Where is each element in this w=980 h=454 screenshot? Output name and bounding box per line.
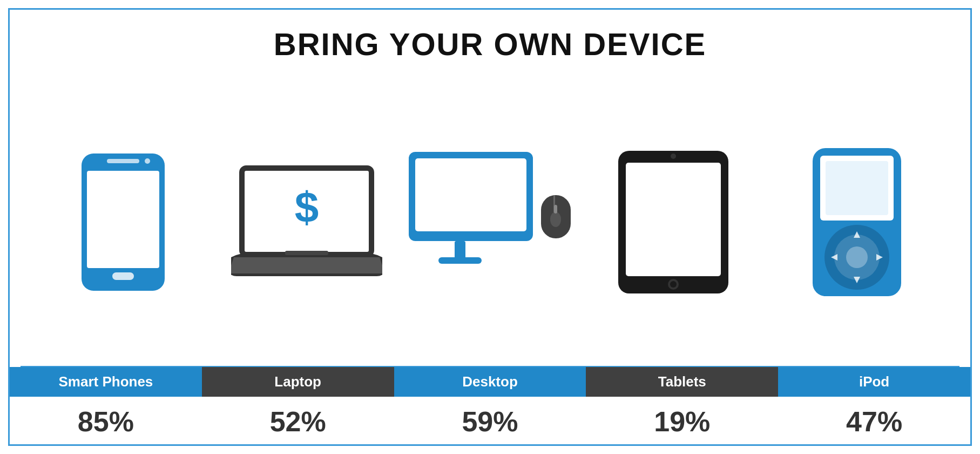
- laptop-icon-area: $: [231, 141, 382, 303]
- svg-rect-11: [455, 241, 465, 260]
- device-col-tablet: [582, 141, 765, 303]
- laptop-percent: 52%: [270, 405, 326, 438]
- desktop-icon-area: [403, 141, 576, 303]
- label-col-tablet: Tablets 19%: [586, 367, 778, 444]
- tablet-label: Tablets: [586, 367, 778, 397]
- svg-rect-2: [107, 159, 139, 163]
- svg-rect-10: [415, 158, 526, 231]
- ipod-icon-area: [808, 141, 905, 303]
- svg-point-27: [846, 246, 868, 268]
- svg-rect-12: [438, 257, 482, 264]
- device-col-ipod: [765, 141, 949, 303]
- device-col-desktop: [398, 141, 582, 303]
- svg-point-20: [670, 281, 677, 288]
- ipod-label: iPod: [778, 367, 970, 397]
- label-col-smartphone: Smart Phones 85%: [10, 367, 202, 444]
- svg-text:$: $: [294, 183, 319, 231]
- ipod-icon: [808, 144, 905, 301]
- devices-row: $: [10, 73, 970, 366]
- device-col-laptop: $: [215, 141, 398, 303]
- label-col-laptop: Laptop 52%: [202, 367, 394, 444]
- svg-point-3: [145, 158, 150, 164]
- title-area: BRING YOUR OWN DEVICE: [10, 10, 970, 73]
- svg-rect-1: [87, 171, 159, 268]
- laptop-label: Laptop: [202, 367, 394, 397]
- svg-rect-18: [626, 163, 721, 276]
- svg-rect-16: [554, 205, 557, 213]
- tablet-percent: 19%: [654, 405, 710, 438]
- svg-rect-24: [826, 161, 888, 215]
- smartphone-percent: 85%: [78, 405, 134, 438]
- main-container: BRING YOUR OWN DEVICE: [8, 8, 972, 446]
- laptop-icon: $: [231, 163, 382, 282]
- label-col-desktop: Desktop 59%: [394, 367, 586, 444]
- svg-rect-4: [112, 272, 134, 280]
- svg-rect-8: [285, 251, 328, 255]
- label-col-ipod: iPod 47%: [778, 367, 970, 444]
- desktop-icon: [403, 146, 576, 298]
- tablet-icon-area: [614, 141, 733, 303]
- desktop-percent: 59%: [462, 405, 518, 438]
- tablet-icon: [614, 146, 733, 298]
- svg-point-15: [550, 212, 561, 227]
- ipod-percent: 47%: [846, 405, 902, 438]
- page-title: BRING YOUR OWN DEVICE: [10, 26, 970, 62]
- smartphone-icon-area: [77, 141, 169, 303]
- svg-point-21: [671, 153, 676, 159]
- device-col-smartphone: [31, 141, 215, 303]
- smartphone-icon: [77, 149, 169, 295]
- smartphone-label: Smart Phones: [10, 367, 202, 397]
- labels-row: Smart Phones 85% Laptop 52% Desktop 59% …: [10, 367, 970, 444]
- desktop-label: Desktop: [394, 367, 586, 397]
